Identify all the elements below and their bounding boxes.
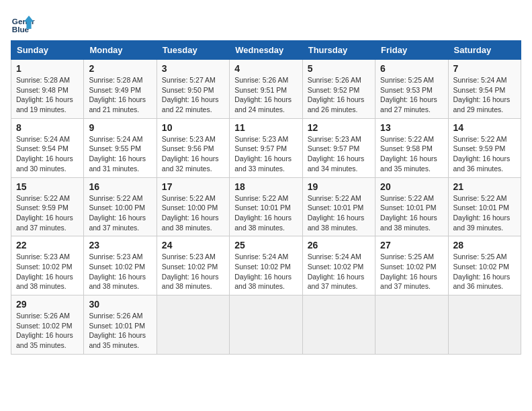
day-info: Sunrise: 5:28 AM Sunset: 9:49 PM Dayligh…	[89, 75, 151, 115]
calendar-cell: 22 Sunrise: 5:23 AM Sunset: 10:02 PM Day…	[11, 236, 84, 295]
day-info: Sunrise: 5:23 AM Sunset: 9:57 PM Dayligh…	[234, 134, 297, 174]
calendar-cell: 15 Sunrise: 5:22 AM Sunset: 9:59 PM Dayl…	[11, 177, 84, 236]
calendar-cell: 19 Sunrise: 5:22 AM Sunset: 10:01 PM Day…	[302, 177, 375, 236]
day-info: Sunrise: 5:23 AM Sunset: 10:02 PM Daylig…	[16, 252, 79, 291]
logo: General Blue	[11, 11, 35, 35]
day-info: Sunrise: 5:22 AM Sunset: 9:59 PM Dayligh…	[16, 193, 79, 233]
day-info: Sunrise: 5:23 AM Sunset: 9:57 PM Dayligh…	[308, 134, 370, 174]
calendar-cell: 1 Sunrise: 5:28 AM Sunset: 9:48 PM Dayli…	[11, 60, 84, 119]
calendar-cell: 16 Sunrise: 5:22 AM Sunset: 10:00 PM Day…	[84, 177, 157, 236]
day-info: Sunrise: 5:23 AM Sunset: 10:02 PM Daylig…	[162, 252, 224, 291]
calendar-cell	[448, 295, 521, 355]
calendar-cell: 5 Sunrise: 5:26 AM Sunset: 9:52 PM Dayli…	[302, 60, 375, 119]
calendar-cell: 3 Sunrise: 5:27 AM Sunset: 9:50 PM Dayli…	[157, 60, 229, 119]
day-info: Sunrise: 5:22 AM Sunset: 9:58 PM Dayligh…	[380, 134, 443, 174]
weekday-header-tuesday: Tuesday	[157, 41, 229, 60]
calendar-cell: 9 Sunrise: 5:24 AM Sunset: 9:55 PM Dayli…	[84, 118, 157, 177]
day-info: Sunrise: 5:22 AM Sunset: 10:00 PM Daylig…	[89, 193, 151, 233]
day-info: Sunrise: 5:22 AM Sunset: 10:01 PM Daylig…	[380, 193, 443, 233]
day-number: 24	[162, 240, 224, 250]
calendar-cell: 4 Sunrise: 5:26 AM Sunset: 9:51 PM Dayli…	[230, 60, 302, 119]
day-number: 10	[162, 122, 224, 133]
day-info: Sunrise: 5:26 AM Sunset: 9:52 PM Dayligh…	[308, 75, 370, 115]
day-info: Sunrise: 5:23 AM Sunset: 9:56 PM Dayligh…	[162, 134, 224, 174]
day-info: Sunrise: 5:22 AM Sunset: 9:59 PM Dayligh…	[453, 134, 516, 174]
day-info: Sunrise: 5:28 AM Sunset: 9:48 PM Dayligh…	[16, 75, 79, 115]
day-info: Sunrise: 5:24 AM Sunset: 9:55 PM Dayligh…	[89, 134, 151, 174]
calendar-cell: 24 Sunrise: 5:23 AM Sunset: 10:02 PM Day…	[157, 236, 229, 295]
day-number: 12	[308, 122, 370, 133]
calendar-week-row: 8 Sunrise: 5:24 AM Sunset: 9:54 PM Dayli…	[11, 118, 521, 177]
calendar-cell: 20 Sunrise: 5:22 AM Sunset: 10:01 PM Day…	[375, 177, 448, 236]
calendar-cell	[230, 295, 302, 355]
day-number: 13	[380, 122, 443, 133]
day-number: 1	[16, 63, 79, 74]
day-number: 27	[380, 240, 443, 250]
day-info: Sunrise: 5:26 AM Sunset: 10:01 PM Daylig…	[89, 311, 151, 351]
day-info: Sunrise: 5:26 AM Sunset: 9:51 PM Dayligh…	[234, 75, 297, 115]
weekday-header-row: SundayMondayTuesdayWednesdayThursdayFrid…	[11, 41, 521, 60]
day-info: Sunrise: 5:24 AM Sunset: 10:02 PM Daylig…	[308, 252, 370, 291]
calendar-cell: 30 Sunrise: 5:26 AM Sunset: 10:01 PM Day…	[84, 295, 157, 355]
day-info: Sunrise: 5:22 AM Sunset: 10:01 PM Daylig…	[234, 193, 297, 233]
day-info: Sunrise: 5:25 AM Sunset: 10:02 PM Daylig…	[453, 252, 516, 291]
day-info: Sunrise: 5:22 AM Sunset: 10:00 PM Daylig…	[162, 193, 224, 233]
day-number: 9	[89, 122, 151, 133]
day-number: 6	[380, 63, 443, 74]
calendar-cell: 14 Sunrise: 5:22 AM Sunset: 9:59 PM Dayl…	[448, 118, 521, 177]
day-info: Sunrise: 5:22 AM Sunset: 10:01 PM Daylig…	[453, 193, 516, 233]
calendar-cell: 13 Sunrise: 5:22 AM Sunset: 9:58 PM Dayl…	[375, 118, 448, 177]
day-number: 29	[16, 299, 79, 310]
weekday-header-monday: Monday	[84, 41, 157, 60]
day-number: 15	[16, 181, 79, 192]
day-number: 28	[453, 240, 516, 250]
calendar-cell: 11 Sunrise: 5:23 AM Sunset: 9:57 PM Dayl…	[230, 118, 302, 177]
day-number: 14	[453, 122, 516, 133]
day-number: 22	[16, 240, 79, 250]
calendar-cell: 28 Sunrise: 5:25 AM Sunset: 10:02 PM Day…	[448, 236, 521, 295]
calendar-cell: 26 Sunrise: 5:24 AM Sunset: 10:02 PM Day…	[302, 236, 375, 295]
day-number: 8	[16, 122, 79, 133]
day-number: 7	[453, 63, 516, 74]
day-number: 26	[308, 240, 370, 250]
calendar-cell: 12 Sunrise: 5:23 AM Sunset: 9:57 PM Dayl…	[302, 118, 375, 177]
calendar-cell	[157, 295, 229, 355]
day-number: 11	[234, 122, 297, 133]
calendar-cell: 18 Sunrise: 5:22 AM Sunset: 10:01 PM Day…	[230, 177, 302, 236]
calendar-table: SundayMondayTuesdayWednesdayThursdayFrid…	[11, 40, 521, 355]
day-number: 16	[89, 181, 151, 192]
day-number: 20	[380, 181, 443, 192]
calendar-week-row: 29 Sunrise: 5:26 AM Sunset: 10:02 PM Day…	[11, 295, 521, 355]
weekday-header-sunday: Sunday	[11, 41, 84, 60]
day-info: Sunrise: 5:24 AM Sunset: 9:54 PM Dayligh…	[453, 75, 516, 115]
calendar-cell	[375, 295, 448, 355]
calendar-week-row: 22 Sunrise: 5:23 AM Sunset: 10:02 PM Day…	[11, 236, 521, 295]
weekday-header-saturday: Saturday	[448, 41, 521, 60]
calendar-cell: 23 Sunrise: 5:23 AM Sunset: 10:02 PM Day…	[84, 236, 157, 295]
calendar-cell: 8 Sunrise: 5:24 AM Sunset: 9:54 PM Dayli…	[11, 118, 84, 177]
day-info: Sunrise: 5:24 AM Sunset: 9:54 PM Dayligh…	[16, 134, 79, 174]
day-number: 4	[234, 63, 297, 74]
calendar-cell: 7 Sunrise: 5:24 AM Sunset: 9:54 PM Dayli…	[448, 60, 521, 119]
day-number: 23	[89, 240, 151, 250]
page-header: General Blue	[11, 11, 521, 35]
day-info: Sunrise: 5:24 AM Sunset: 10:02 PM Daylig…	[234, 252, 297, 291]
day-number: 17	[162, 181, 224, 192]
weekday-header-wednesday: Wednesday	[230, 41, 302, 60]
calendar-cell: 21 Sunrise: 5:22 AM Sunset: 10:01 PM Day…	[448, 177, 521, 236]
calendar-cell: 29 Sunrise: 5:26 AM Sunset: 10:02 PM Day…	[11, 295, 84, 355]
weekday-header-friday: Friday	[375, 41, 448, 60]
day-info: Sunrise: 5:26 AM Sunset: 10:02 PM Daylig…	[16, 311, 79, 351]
logo-icon: General Blue	[11, 11, 35, 35]
day-number: 25	[234, 240, 297, 250]
day-number: 5	[308, 63, 370, 74]
day-number: 30	[89, 299, 151, 310]
day-info: Sunrise: 5:25 AM Sunset: 9:53 PM Dayligh…	[380, 75, 443, 115]
day-info: Sunrise: 5:23 AM Sunset: 10:02 PM Daylig…	[89, 252, 151, 291]
calendar-cell	[302, 295, 375, 355]
calendar-week-row: 15 Sunrise: 5:22 AM Sunset: 9:59 PM Dayl…	[11, 177, 521, 236]
day-number: 3	[162, 63, 224, 74]
calendar-week-row: 1 Sunrise: 5:28 AM Sunset: 9:48 PM Dayli…	[11, 60, 521, 119]
calendar-cell: 6 Sunrise: 5:25 AM Sunset: 9:53 PM Dayli…	[375, 60, 448, 119]
calendar-cell: 27 Sunrise: 5:25 AM Sunset: 10:02 PM Day…	[375, 236, 448, 295]
